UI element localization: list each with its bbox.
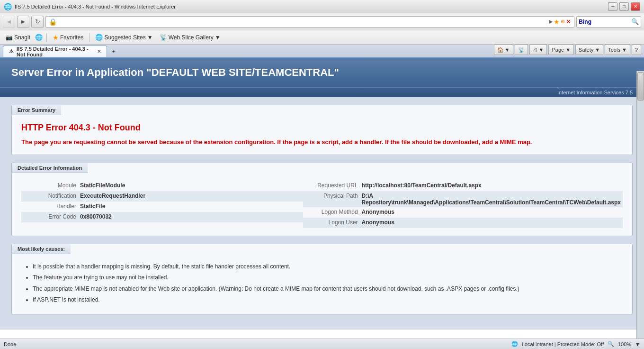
list-item: The appropriate MIME map is not enabled …	[33, 284, 623, 294]
detail-row: Error Code0x80070032	[21, 212, 303, 222]
maximize-button[interactable]: □	[619, 2, 629, 11]
detail-value: ExecuteRequestHandler	[78, 191, 303, 201]
error-summary-body: HTTP Error 404.3 - Not Found The page yo…	[12, 115, 632, 155]
detailed-error-tab: Detailed Error Information	[12, 163, 88, 173]
favorites-toolbar: 📷 Snaglt 🌐 ★ Favorites 🌐 Suggested Sites…	[0, 30, 644, 45]
detailed-error-box: Detailed Error Information ModuleStaticF…	[11, 163, 633, 236]
stop-icon[interactable]: ✕	[566, 18, 571, 25]
iis-subtitle: Internet Information Services 7.5	[557, 90, 633, 95]
tools-button[interactable]: Tools ▼	[605, 45, 630, 55]
error-content: Error Summary HTTP Error 404.3 - Not Fou…	[0, 97, 644, 330]
detail-row: Logon MethodAnonymous	[303, 207, 623, 218]
window-title: IIS 7.5 Detailed Error - 404.3 - Not Fou…	[15, 4, 176, 9]
error-summary-tab: Error Summary	[12, 105, 61, 115]
star-icon: ★	[53, 34, 59, 41]
iis-title: Server Error in Application "DEFAULT WEB…	[11, 66, 633, 79]
print-button[interactable]: 🖨 ▼	[529, 45, 547, 55]
scroll-track[interactable]	[636, 71, 644, 330]
web-slice-chevron[interactable]: ▼	[215, 34, 221, 41]
detail-row: HandlerStaticFile	[21, 202, 303, 212]
causes-body: It is possible that a handler mapping is…	[12, 254, 632, 314]
causes-list: It is possible that a handler mapping is…	[21, 262, 623, 305]
address-bar: 🔒 http://localhost/TeamCentral/ ▶ ★ ⊛ ✕	[45, 16, 574, 28]
detail-row: Physical PathD:\A Repository\trunk\Manag…	[303, 191, 623, 207]
search-bar: Bing 🔍	[576, 16, 641, 28]
tab-bar: ⚠ IIS 7.5 Detailed Error - 404.3 - Not F…	[0, 45, 644, 58]
detail-value: Anonymous	[360, 207, 623, 217]
list-item: If ASP.NET is not installed.	[33, 295, 623, 305]
detail-label: Requested URL	[303, 181, 360, 190]
title-bar-left: 🌐 IIS 7.5 Detailed Error - 404.3 - Not F…	[4, 3, 176, 10]
search-input[interactable]	[592, 18, 630, 25]
detail-label: Logon Method	[303, 207, 360, 217]
ie-logo: 🌐	[4, 3, 12, 10]
web-slice-gallery-button[interactable]: 📡 Web Slice Gallery ▼	[158, 33, 223, 42]
detail-value: D:\A Repository\trunk\Managed\Applicatio…	[360, 191, 623, 207]
detail-row: NotificationExecuteRequestHandler	[21, 191, 303, 202]
page-button[interactable]: Page ▼	[548, 45, 574, 55]
safety-button[interactable]: Safety ▼	[575, 45, 603, 55]
back-button[interactable]: ◄	[3, 16, 15, 28]
snagit-icon: 📷	[6, 34, 13, 41]
detail-label: Module	[21, 181, 78, 190]
home-button[interactable]: 🏠 ▼	[494, 45, 513, 55]
causes-tab: Most likely causes:	[12, 244, 71, 254]
detail-label: Logon User	[303, 218, 360, 227]
help-button[interactable]: ?	[632, 45, 641, 55]
detail-row: ModuleStaticFileModule	[21, 181, 303, 191]
nav-bar: ◄ ► ↻ 🔒 http://localhost/TeamCentral/ ▶ …	[0, 13, 644, 30]
new-tab-icon: +	[112, 48, 115, 54]
detail-label: Physical Path	[303, 191, 360, 201]
title-bar: 🌐 IIS 7.5 Detailed Error - 404.3 - Not F…	[0, 0, 644, 13]
detail-value: StaticFileModule	[78, 181, 303, 190]
detail-left-col: ModuleStaticFileModuleNotificationExecut…	[21, 181, 303, 228]
error-title: HTTP Error 404.3 - Not Found	[21, 123, 623, 133]
go-icon[interactable]: ▶	[549, 18, 553, 25]
bing-label: Bing	[579, 18, 591, 25]
iis-subheader: Internet Information Services 7.5	[0, 87, 644, 97]
iis-header: Server Error in Application "DEFAULT WEB…	[0, 58, 644, 87]
search-go-icon[interactable]: 🔍	[631, 18, 639, 25]
ie-icon-small: 🌐	[35, 34, 43, 41]
new-tab-button[interactable]: +	[107, 46, 120, 57]
suggested-sites-button[interactable]: 🌐 Suggested Sites ▼	[93, 33, 154, 42]
close-button[interactable]: ✕	[631, 2, 640, 11]
snagit-button[interactable]: 📷 Snaglt	[4, 33, 32, 42]
favorites-button[interactable]: ★ Favorites	[51, 33, 85, 42]
detail-value: StaticFile	[78, 202, 303, 211]
detail-table: ModuleStaticFileModuleNotificationExecut…	[21, 181, 623, 228]
page-icon: 🔒	[49, 18, 57, 26]
detail-row: Requested URLhttp://localhost:80/TeamCen…	[303, 181, 623, 191]
web-slice-icon: 📡	[160, 34, 167, 41]
title-bar-controls: ─ □ ✕	[608, 2, 640, 11]
detail-row: Logon UserAnonymous	[303, 218, 623, 228]
tab-label: IIS 7.5 Detailed Error - 404.3 - Not Fou…	[17, 46, 94, 57]
address-input[interactable]: http://localhost/TeamCentral/	[59, 18, 547, 25]
detail-label: Handler	[21, 202, 78, 211]
main-content: Server Error in Application "DEFAULT WEB…	[0, 58, 644, 330]
detail-value: 0x80070032	[78, 212, 303, 221]
toolbar-separator-2	[89, 33, 89, 42]
detail-right-col: Requested URLhttp://localhost:80/TeamCen…	[303, 181, 623, 228]
suggested-sites-icon: 🌐	[95, 34, 103, 41]
rss-icon[interactable]: ⊛	[561, 18, 565, 25]
feeds-button[interactable]: 📡	[515, 45, 528, 55]
forward-button[interactable]: ►	[17, 16, 29, 28]
causes-box: Most likely causes: It is possible that …	[11, 244, 633, 314]
tab-icon: ⚠	[9, 48, 14, 55]
minimize-button[interactable]: ─	[608, 2, 617, 11]
active-tab[interactable]: ⚠ IIS 7.5 Detailed Error - 404.3 - Not F…	[3, 46, 107, 57]
error-summary-box: Error Summary HTTP Error 404.3 - Not Fou…	[11, 105, 633, 155]
favorites-star-icon[interactable]: ★	[554, 18, 560, 26]
suggested-sites-chevron[interactable]: ▼	[147, 34, 153, 41]
list-item: It is possible that a handler mapping is…	[33, 262, 623, 272]
detail-label: Error Code	[21, 212, 78, 221]
toolbar-separator	[46, 33, 47, 42]
detail-label: Notification	[21, 191, 78, 201]
detail-value: http://localhost:80/TeamCentral/Default.…	[360, 181, 623, 190]
refresh-button[interactable]: ↻	[31, 16, 44, 28]
scroll-thumb[interactable]	[637, 72, 644, 101]
detail-value: Anonymous	[360, 218, 623, 227]
detailed-error-body: ModuleStaticFileModuleNotificationExecut…	[12, 173, 632, 236]
tab-close-icon[interactable]: ✕	[97, 49, 101, 54]
